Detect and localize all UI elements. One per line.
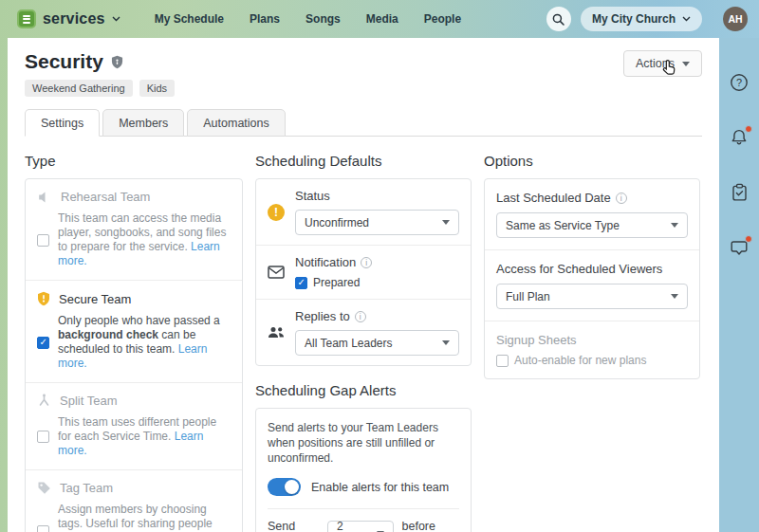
split-team-checkbox[interactable] (37, 431, 49, 443)
replies-to-row: Replies to i All Team Leaders (256, 299, 471, 365)
status-label: Status (295, 189, 459, 203)
caret-down-icon (442, 220, 450, 225)
notification-dot (745, 125, 752, 133)
replies-to-select[interactable]: All Team Leaders (295, 330, 459, 356)
help-icon: ? (730, 73, 749, 92)
gap-alerts-description: Send alerts to your Team Leaders when po… (268, 420, 459, 466)
status-select-value: Unconfirmed (305, 216, 369, 229)
notification-row: Notification i Prepared (256, 245, 471, 299)
envelope-icon (268, 266, 285, 279)
team-tabs: Settings Members Automations (25, 109, 702, 137)
last-scheduled-date-label: Last Scheduled Date (496, 191, 611, 205)
services-app-switcher[interactable]: services (17, 9, 120, 28)
tab-members[interactable]: Members (102, 109, 184, 137)
nav-plans[interactable]: Plans (250, 12, 280, 26)
organization-selector[interactable]: My City Church (581, 7, 702, 31)
type-option-description: Assign members by choosing tags. Useful … (58, 503, 231, 532)
type-option-name: Rehearsal Team (61, 190, 150, 204)
type-option-description: This team can access the media player, s… (58, 211, 231, 268)
nav-my-schedule[interactable]: My Schedule (155, 12, 224, 26)
access-select[interactable]: Full Plan (496, 284, 688, 309)
tag-team-checkbox[interactable] (37, 525, 49, 532)
type-option-description: Only people who have passed a background… (58, 314, 231, 371)
signup-sheets-checkbox[interactable] (496, 355, 509, 367)
help-button[interactable]: ? (729, 72, 750, 93)
tag-pill: Weekend Gathering (25, 80, 133, 97)
clipboard-check-icon (731, 183, 749, 202)
tab-settings[interactable]: Settings (25, 109, 100, 137)
secure-team-badge-icon (111, 55, 123, 69)
tasks-button[interactable] (729, 182, 750, 203)
search-icon (552, 13, 565, 26)
access-select-value: Full Plan (506, 290, 550, 303)
prepared-label: Prepared (313, 276, 360, 289)
top-navbar: services My Schedule Plans Songs Media P… (0, 0, 759, 38)
tag-pill: Kids (139, 80, 175, 97)
last-scheduled-date-section: Last Scheduled Date i Same as Service Ty… (485, 179, 699, 249)
secure-team-checkbox[interactable] (37, 337, 49, 349)
messages-button[interactable] (729, 237, 750, 258)
info-icon[interactable]: i (355, 311, 366, 322)
notifications-button[interactable] (729, 127, 750, 148)
caret-down-icon (442, 340, 450, 345)
services-logo-icon (17, 9, 36, 28)
notification-label: Notification (295, 255, 356, 269)
type-option-name: Tag Team (60, 481, 113, 495)
nav-songs[interactable]: Songs (305, 12, 341, 26)
split-icon (37, 394, 51, 408)
people-icon (268, 326, 285, 339)
utility-rail: ? (719, 38, 759, 532)
caret-down-icon (671, 294, 678, 299)
tag-icon (37, 481, 51, 495)
app-screen: services My Schedule Plans Songs Media P… (0, 0, 759, 532)
last-scheduled-date-value: Same as Service Type (506, 219, 620, 232)
shield-icon (37, 291, 50, 306)
enable-alerts-toggle[interactable] (268, 478, 301, 496)
type-option-name: Split Team (60, 394, 117, 408)
status-alert-icon: ! (268, 204, 285, 221)
type-option-secure: Secure Team Only people who have passed … (26, 280, 242, 382)
actions-button-label: Actions (636, 57, 675, 70)
prepared-notification-checkbox[interactable] (295, 277, 307, 289)
gap-alerts-heading: Scheduling Gap Alerts (255, 382, 472, 398)
send-alert-timing-value: 2 days (337, 520, 368, 532)
team-tags: Weekend Gathering Kids (25, 80, 175, 97)
status-select[interactable]: Unconfirmed (295, 210, 459, 235)
type-option-tag: Tag Team Assign members by choosing tags… (26, 469, 242, 532)
signup-sheets-label: Signup Sheets (496, 333, 577, 347)
page-title: Security (25, 50, 103, 73)
rehearsal-team-checkbox[interactable] (37, 234, 49, 247)
send-alert-timing-select[interactable]: 2 days (327, 521, 394, 532)
send-alert-prefix: Send alert (268, 520, 319, 532)
access-section: Access for Scheduled Viewers Full Plan (485, 249, 699, 321)
options-heading: Options (484, 153, 700, 169)
send-alert-suffix: before Plan (402, 520, 460, 532)
search-button[interactable] (546, 7, 571, 31)
chevron-down-icon (682, 16, 691, 22)
last-scheduled-date-select[interactable]: Same as Service Type (496, 212, 688, 238)
actions-button[interactable]: Actions (623, 50, 702, 77)
svg-text:?: ? (736, 77, 742, 88)
type-option-rehearsal: Rehearsal Team This team can access the … (26, 179, 242, 280)
organization-name: My City Church (592, 12, 676, 26)
chevron-down-icon (112, 16, 120, 22)
replies-to-label: Replies to (295, 309, 350, 323)
message-dot (745, 235, 752, 243)
speaker-icon (37, 191, 52, 204)
app-name: services (43, 10, 105, 28)
options-card: Last Scheduled Date i Same as Service Ty… (484, 178, 700, 379)
type-section-heading: Type (25, 153, 243, 169)
nav-media[interactable]: Media (366, 12, 398, 26)
gap-alerts-card: Send alerts to your Team Leaders when po… (255, 408, 472, 532)
type-option-split: Split Team This team uses different peop… (26, 382, 242, 469)
access-label: Access for Scheduled Viewers (496, 262, 662, 276)
info-icon[interactable]: i (616, 193, 627, 204)
scheduling-defaults-card: ! Status Unconfirmed (255, 178, 472, 366)
main-panel: Security Weekend Gathering Kids Actions … (8, 38, 719, 532)
nav-people[interactable]: People (424, 12, 461, 26)
replies-to-select-value: All Team Leaders (305, 337, 393, 350)
type-card: Rehearsal Team This team can access the … (25, 178, 243, 532)
user-avatar[interactable]: AH (723, 7, 748, 31)
tab-automations[interactable]: Automations (187, 109, 285, 137)
info-icon[interactable]: i (361, 257, 372, 268)
